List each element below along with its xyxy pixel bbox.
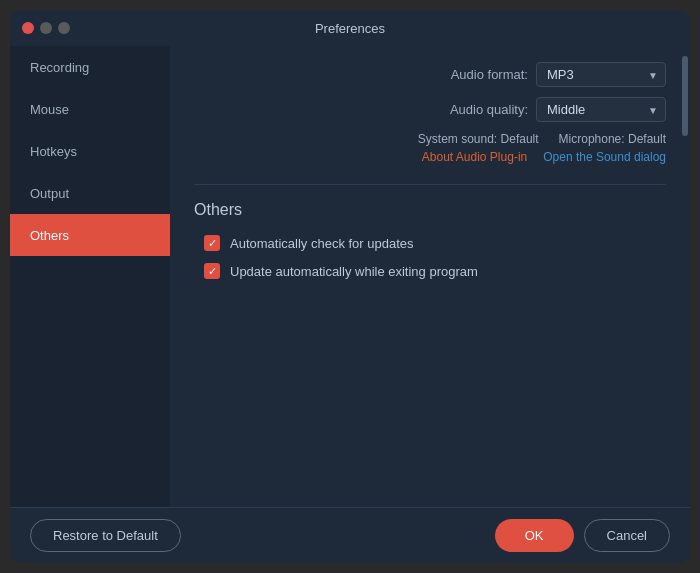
footer: Restore to Default OK Cancel	[10, 507, 690, 563]
maximize-button[interactable]	[58, 22, 70, 34]
sidebar-item-label-mouse: Mouse	[30, 102, 69, 117]
minimize-button[interactable]	[40, 22, 52, 34]
sidebar-item-recording[interactable]: Recording	[10, 46, 170, 88]
system-info-row: System sound: Default Microphone: Defaul…	[194, 132, 666, 146]
window-body: Recording Mouse Hotkeys Output Others Au…	[10, 46, 690, 507]
audio-format-label: Audio format:	[451, 67, 528, 82]
system-sound-value: Default	[501, 132, 539, 146]
main-content: Audio format: MP3 WAV AAC OGG ▼ Audio qu…	[170, 46, 690, 507]
sidebar-item-output[interactable]: Output	[10, 172, 170, 214]
audio-format-select[interactable]: MP3 WAV AAC OGG	[536, 62, 666, 87]
restore-default-button[interactable]: Restore to Default	[30, 519, 181, 552]
microphone-value: Default	[628, 132, 666, 146]
check-icon: ✓	[208, 238, 217, 249]
sidebar-item-label-others: Others	[30, 228, 69, 243]
auto-check-updates-label: Automatically check for updates	[230, 236, 414, 251]
traffic-lights	[22, 22, 70, 34]
scrollbar-thumb[interactable]	[682, 56, 688, 136]
window-title: Preferences	[315, 21, 385, 36]
auto-check-updates-checkbox[interactable]: ✓	[204, 235, 220, 251]
audio-quality-select[interactable]: Low Middle High	[536, 97, 666, 122]
sidebar-item-label-output: Output	[30, 186, 69, 201]
system-sound-label: System sound:	[418, 132, 497, 146]
sidebar-item-mouse[interactable]: Mouse	[10, 88, 170, 130]
audio-links-row: About Audio Plug-in Open the Sound dialo…	[194, 150, 666, 164]
sidebar-item-label-recording: Recording	[30, 60, 89, 75]
sidebar-item-others[interactable]: Others	[10, 214, 170, 256]
microphone-label: Microphone:	[559, 132, 625, 146]
auto-update-exit-checkbox[interactable]: ✓	[204, 263, 220, 279]
settings-area: Audio format: MP3 WAV AAC OGG ▼ Audio qu…	[170, 46, 690, 507]
sidebar-item-label-hotkeys: Hotkeys	[30, 144, 77, 159]
title-bar: Preferences	[10, 10, 690, 46]
about-audio-plugin-link[interactable]: About Audio Plug-in	[422, 150, 527, 164]
others-section-title: Others	[194, 201, 666, 219]
scrollbar-track	[682, 46, 688, 507]
auto-update-exit-row: ✓ Update automatically while exiting pro…	[204, 263, 666, 279]
audio-quality-label: Audio quality:	[450, 102, 528, 117]
section-divider	[194, 184, 666, 185]
check-icon-2: ✓	[208, 266, 217, 277]
audio-format-select-wrapper: MP3 WAV AAC OGG ▼	[536, 62, 666, 87]
auto-update-exit-label: Update automatically while exiting progr…	[230, 264, 478, 279]
sidebar-item-hotkeys[interactable]: Hotkeys	[10, 130, 170, 172]
open-sound-dialog-link[interactable]: Open the Sound dialog	[543, 150, 666, 164]
audio-quality-select-wrapper: Low Middle High ▼	[536, 97, 666, 122]
sidebar: Recording Mouse Hotkeys Output Others	[10, 46, 170, 507]
auto-check-updates-row: ✓ Automatically check for updates	[204, 235, 666, 251]
audio-format-row: Audio format: MP3 WAV AAC OGG ▼	[194, 62, 666, 87]
footer-right-buttons: OK Cancel	[495, 519, 670, 552]
close-button[interactable]	[22, 22, 34, 34]
preferences-window: Preferences Recording Mouse Hotkeys Outp…	[10, 10, 690, 563]
cancel-button[interactable]: Cancel	[584, 519, 670, 552]
system-sound-info: System sound: Default	[418, 132, 539, 146]
microphone-info: Microphone: Default	[559, 132, 666, 146]
audio-quality-row: Audio quality: Low Middle High ▼	[194, 97, 666, 122]
ok-button[interactable]: OK	[495, 519, 574, 552]
